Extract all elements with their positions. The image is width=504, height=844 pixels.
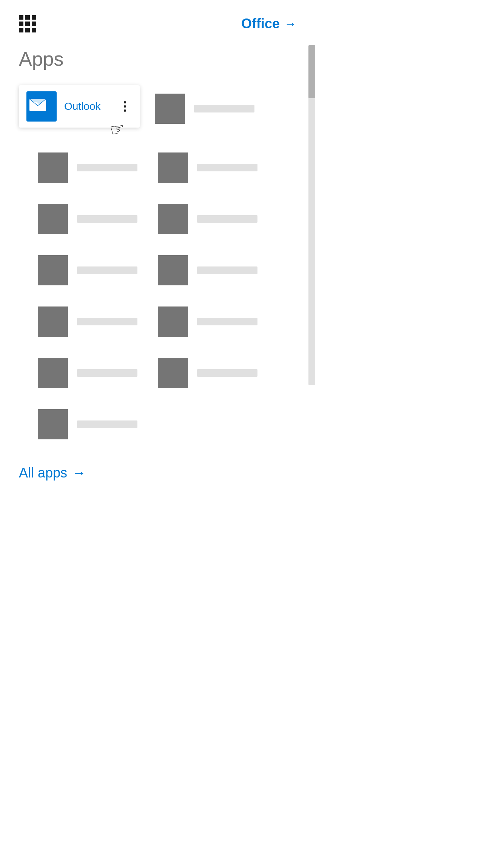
app-icon-placeholder (38, 306, 68, 337)
app-name-placeholder (77, 164, 137, 171)
all-apps-link[interactable]: All apps → (0, 450, 315, 496)
grid-menu-icon[interactable] (19, 15, 36, 32)
app-icon-placeholder (158, 255, 188, 285)
grid-dot (32, 15, 36, 20)
app-item[interactable] (38, 399, 158, 450)
app-icon-placeholder (38, 358, 68, 388)
app-icon-placeholder (158, 204, 188, 234)
outlook-icon: O (26, 91, 57, 122)
app-name-placeholder (194, 105, 254, 112)
app-icon-placeholder (38, 204, 68, 234)
page-title: Apps (0, 40, 315, 85)
outlook-app-item[interactable]: O Outlook ☞ (19, 85, 140, 128)
cursor-hand-icon: ☞ (108, 119, 126, 140)
grid-dot (25, 28, 30, 32)
apps-grid (19, 142, 296, 450)
app-name-placeholder (197, 164, 257, 171)
outlook-app-name: Outlook (64, 100, 101, 112)
app-name-placeholder (77, 369, 137, 377)
app-icon-placeholder (38, 152, 68, 183)
grid-dot (32, 28, 36, 32)
grid-dot (25, 22, 30, 26)
app-icon-placeholder (158, 152, 188, 183)
app-icon-placeholder (155, 94, 185, 124)
dot (124, 105, 126, 108)
app-icon-placeholder (38, 409, 68, 439)
all-apps-arrow: → (72, 465, 86, 481)
grid-dot (19, 15, 23, 20)
app-item[interactable] (158, 347, 278, 399)
dot (124, 101, 126, 103)
grid-dot (32, 22, 36, 26)
dot (124, 109, 126, 112)
app-item[interactable] (155, 85, 254, 134)
office-arrow: → (284, 17, 296, 31)
app-item[interactable] (158, 142, 278, 193)
app-item[interactable] (38, 245, 158, 296)
header: Office → (0, 0, 315, 40)
grid-dot (19, 22, 23, 26)
app-name-placeholder (77, 215, 137, 223)
app-icon-placeholder (158, 306, 188, 337)
app-item[interactable] (38, 296, 158, 347)
app-item[interactable] (38, 142, 158, 193)
app-name-placeholder (197, 318, 257, 325)
grid-dot (25, 15, 30, 20)
app-icon-placeholder (38, 255, 68, 285)
office-label: Office (241, 16, 280, 32)
svg-text:O: O (30, 99, 40, 113)
app-name-placeholder (77, 318, 137, 325)
scrollbar-thumb[interactable] (308, 45, 315, 98)
three-dots-menu[interactable] (124, 101, 126, 112)
grid-dot (19, 28, 23, 32)
all-apps-label: All apps (19, 465, 67, 481)
app-item[interactable] (158, 245, 278, 296)
app-name-placeholder (197, 369, 257, 377)
app-name-placeholder (197, 215, 257, 223)
scrollbar[interactable] (308, 45, 315, 385)
office-link[interactable]: Office → (241, 16, 296, 32)
app-name-placeholder (197, 266, 257, 274)
app-name-placeholder (77, 266, 137, 274)
app-name-placeholder (77, 420, 137, 428)
app-item[interactable] (38, 347, 158, 399)
app-icon-placeholder (158, 358, 188, 388)
app-item[interactable] (158, 193, 278, 245)
app-item[interactable] (38, 193, 158, 245)
app-item[interactable] (158, 296, 278, 347)
